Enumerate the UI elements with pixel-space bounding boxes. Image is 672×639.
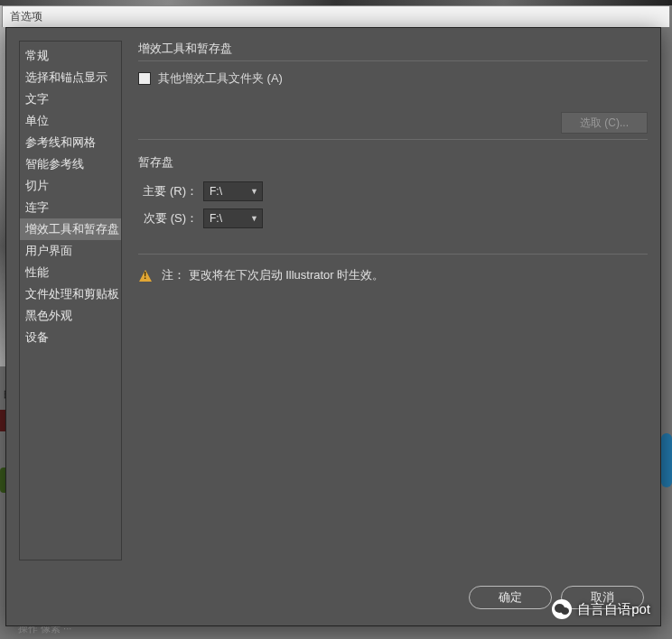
window-title: 首选项 [10, 9, 42, 24]
preferences-dialog: 常规选择和锚点显示文字单位参考线和网格智能参考线切片连字增效工具和暂存盘用户界面… [5, 27, 661, 626]
section-scratch-title: 暂存盘 [138, 154, 648, 174]
sidebar-item-13[interactable]: 设备 [20, 327, 121, 348]
secondary-disk-row: 次要 (S)： F:\ ▼ [138, 208, 648, 228]
sidebar-item-12[interactable]: 黑色外观 [20, 305, 121, 327]
sidebar-item-10[interactable]: 性能 [20, 262, 121, 283]
chevron-down-icon: ▼ [250, 187, 258, 196]
primary-disk-select[interactable]: F:\ ▼ [203, 181, 263, 201]
warning-icon [138, 268, 153, 282]
restart-note: 注： 更改将在下次启动 Illustrator 时生效。 [138, 254, 648, 283]
sidebar-item-9[interactable]: 用户界面 [20, 240, 121, 262]
sidebar-item-11[interactable]: 文件处理和剪贴板 [20, 283, 121, 305]
restart-note-text: 注： 更改将在下次启动 Illustrator 时生效。 [162, 267, 384, 283]
ok-button[interactable]: 确定 [469, 586, 552, 609]
primary-disk-label: 主要 (R)： [138, 183, 198, 199]
other-plugins-checkbox[interactable] [138, 72, 151, 85]
wechat-icon [552, 599, 572, 619]
primary-disk-row: 主要 (R)： F:\ ▼ [138, 181, 648, 201]
sidebar-item-0[interactable]: 常规 [20, 45, 121, 67]
sidebar-item-8[interactable]: 增效工具和暂存盘 [20, 218, 121, 240]
sidebar-item-5[interactable]: 智能参考线 [20, 153, 121, 175]
sidebar: 常规选择和锚点显示文字单位参考线和网格智能参考线切片连字增效工具和暂存盘用户界面… [19, 41, 122, 560]
window-titlebar: 首选项 [2, 5, 670, 27]
secondary-disk-label: 次要 (S)： [138, 210, 198, 227]
wechat-overlay-text: 自言自语pot [577, 601, 650, 618]
wechat-overlay: 自言自语pot [552, 599, 650, 619]
sidebar-item-7[interactable]: 连字 [20, 197, 121, 218]
other-plugins-label: 其他增效工具文件夹 (A) [158, 70, 283, 87]
section-plugins-title: 增效工具和暂存盘 [138, 41, 648, 61]
main-panel: 增效工具和暂存盘 其他增效工具文件夹 (A) 选取 (C)... 暂存盘 主要 … [138, 41, 648, 573]
sidebar-item-4[interactable]: 参考线和网格 [20, 132, 121, 153]
primary-disk-value: F:\ [210, 185, 222, 198]
secondary-disk-select[interactable]: F:\ ▼ [203, 208, 263, 228]
sidebar-item-1[interactable]: 选择和锚点显示 [20, 67, 121, 88]
sidebar-item-6[interactable]: 切片 [20, 175, 121, 197]
secondary-disk-value: F:\ [210, 212, 222, 225]
other-plugins-row[interactable]: 其他增效工具文件夹 (A) [138, 70, 648, 87]
sidebar-item-2[interactable]: 文字 [20, 88, 121, 110]
chevron-down-icon: ▼ [250, 214, 258, 223]
sidebar-item-3[interactable]: 单位 [20, 110, 121, 132]
choose-folder-button: 选取 (C)... [561, 112, 648, 134]
